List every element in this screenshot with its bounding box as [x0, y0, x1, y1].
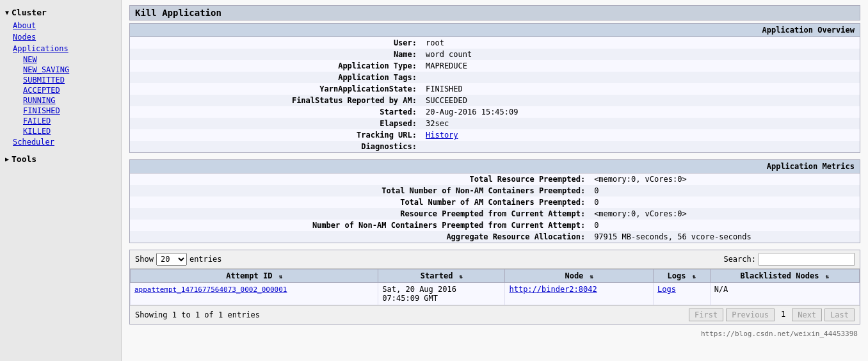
table-row: Number of Non-AM Containers Preempted fr… — [130, 220, 860, 231]
overview-section: Application Overview User: root Name: wo… — [129, 23, 860, 153]
row-value: SUCCEEDED — [422, 95, 860, 106]
tools-label: Tools — [12, 154, 36, 164]
col-attempt-id[interactable]: Attempt ID ⇅ — [131, 269, 378, 283]
applications-sub: NEW NEW_SAVING SUBMITTED ACCEPTED RUNNIN… — [8, 54, 121, 136]
row-label: Tracking URL: — [130, 129, 422, 141]
previous-button[interactable]: Previous — [726, 309, 775, 321]
search-label: Search: — [723, 255, 756, 264]
metrics-section: Application Metrics Total Resource Preem… — [129, 159, 860, 243]
table-row: FinalStatus Reported by AM: SUCCEEDED — [130, 95, 860, 106]
cluster-label: Cluster — [12, 8, 47, 17]
sidebar-item-accepted[interactable]: ACCEPTED — [18, 85, 121, 95]
metrics-header: Application Metrics — [130, 160, 860, 173]
last-button[interactable]: Last — [824, 309, 855, 321]
col-blacklisted-nodes[interactable]: Blacklisted Nodes ⇅ — [710, 269, 859, 283]
entries-label: entries — [189, 255, 222, 264]
table-row: Elapsed: 32sec — [130, 118, 860, 129]
row-value — [422, 72, 860, 83]
cluster-section: About Nodes Applications NEW NEW_SAVING … — [0, 20, 121, 148]
table-row: User: root — [130, 37, 860, 49]
showing-text: Showing 1 to 1 of 1 entries — [135, 310, 260, 319]
search-input[interactable] — [759, 253, 855, 266]
sidebar-item-about[interactable]: About — [8, 20, 121, 31]
sidebar: ▼ Cluster About Nodes Applications NEW N… — [0, 0, 122, 361]
metric-value: 97915 MB-seconds, 56 vcore-seconds — [590, 231, 860, 243]
sidebar-item-finished[interactable]: FINISHED — [18, 106, 121, 116]
kill-app-header: Kill Application — [129, 5, 860, 20]
metric-label: Total Number of Non-AM Containers Preemp… — [130, 185, 590, 197]
cluster-arrow: ▼ — [5, 9, 9, 16]
sidebar-item-submitted[interactable]: SUBMITTED — [18, 75, 121, 85]
col-node[interactable]: Node ⇅ — [505, 269, 654, 283]
table-row: Total Number of Non-AM Containers Preemp… — [130, 185, 860, 197]
table-row: YarnApplicationState: FINISHED — [130, 83, 860, 95]
table-controls: Show 20 50 100 entries Search: — [130, 250, 860, 269]
cell-logs: Logs — [653, 283, 710, 305]
attempt-id-link[interactable]: appattempt_1471677564073_0002_000001 — [134, 285, 287, 294]
overview-header: Application Overview — [130, 24, 860, 37]
row-value: FINISHED — [422, 83, 860, 95]
table-row: Total Number of AM Containers Preempted:… — [130, 197, 860, 208]
metric-label: Resource Preempted from Current Attempt: — [130, 208, 590, 220]
row-value: root — [422, 37, 860, 49]
sidebar-item-scheduler[interactable]: Scheduler — [8, 136, 121, 148]
row-label: Elapsed: — [130, 118, 422, 129]
table-row: Aggregate Resource Allocation: 97915 MB-… — [130, 231, 860, 243]
tools-header[interactable]: ▶ Tools — [0, 152, 121, 166]
row-label: Started: — [130, 106, 422, 118]
entries-select[interactable]: 20 50 100 — [156, 253, 187, 266]
row-label: Application Tags: — [130, 72, 422, 83]
pagination: First Previous 1 Next Last — [689, 309, 855, 321]
sort-icon: ⇅ — [590, 273, 593, 280]
row-value: word count — [422, 49, 860, 60]
cluster-header[interactable]: ▼ Cluster — [0, 5, 121, 20]
table-row: Total Resource Preempted: <memory:0, vCo… — [130, 173, 860, 185]
table-row: Name: word count — [130, 49, 860, 60]
cell-node: http://binder2:8042 — [505, 283, 654, 305]
metric-value: 0 — [590, 185, 860, 197]
metric-value: 0 — [590, 197, 860, 208]
sidebar-item-running[interactable]: RUNNING — [18, 95, 121, 106]
attempts-table-section: Show 20 50 100 entries Search: Attempt I… — [129, 250, 860, 325]
sort-icon: ⇅ — [693, 273, 696, 280]
overview-table: User: root Name: word count Application … — [130, 37, 860, 152]
table-row: Tracking URL: History — [130, 129, 860, 141]
col-logs[interactable]: Logs ⇅ — [653, 269, 710, 283]
row-value: 20-Aug-2016 15:45:09 — [422, 106, 860, 118]
show-entries: Show 20 50 100 entries — [135, 253, 221, 266]
col-started[interactable]: Started ⇅ — [378, 269, 505, 283]
main-content: Kill Application Application Overview Us… — [122, 0, 868, 361]
metrics-table: Total Resource Preempted: <memory:0, vCo… — [130, 173, 860, 243]
sidebar-item-nodes[interactable]: Nodes — [8, 31, 121, 43]
sort-icon: ⇅ — [279, 273, 282, 280]
first-button[interactable]: First — [689, 309, 723, 321]
logs-link[interactable]: Logs — [657, 285, 676, 294]
row-value — [422, 141, 860, 152]
tracking-url-link[interactable]: History — [426, 131, 458, 140]
table-footer: Showing 1 to 1 of 1 entries First Previo… — [130, 305, 860, 324]
table-row: Started: 20-Aug-2016 15:45:09 — [130, 106, 860, 118]
metric-value: 0 — [590, 220, 860, 231]
page-number: 1 — [777, 309, 789, 321]
node-link[interactable]: http://binder2:8042 — [509, 285, 597, 294]
sidebar-item-failed[interactable]: FAILED — [18, 116, 121, 126]
cell-attempt-id: appattempt_1471677564073_0002_000001 — [131, 283, 378, 305]
table-row: Resource Preempted from Current Attempt:… — [130, 208, 860, 220]
metric-value: <memory:0, vCores:0> — [590, 208, 860, 220]
sidebar-item-applications[interactable]: Applications — [8, 43, 121, 54]
row-label: Name: — [130, 49, 422, 60]
cell-blacklisted: N/A — [710, 283, 859, 305]
sidebar-item-new-saving[interactable]: NEW_SAVING — [18, 65, 121, 75]
metric-label: Total Resource Preempted: — [130, 173, 590, 185]
search-box: Search: — [723, 253, 855, 266]
sort-icon: ⇅ — [460, 273, 463, 280]
sidebar-item-killed[interactable]: KILLED — [18, 126, 121, 136]
sidebar-item-new[interactable]: NEW — [18, 54, 121, 65]
table-header-row: Attempt ID ⇅ Started ⇅ Node ⇅ Logs ⇅ Bla… — [131, 269, 860, 283]
show-label: Show — [135, 255, 154, 264]
footer-url: https://blog.csdn.net/weixin_44453398 — [129, 328, 860, 339]
next-button[interactable]: Next — [792, 309, 822, 321]
attempts-data-table: Attempt ID ⇅ Started ⇅ Node ⇅ Logs ⇅ Bla… — [130, 269, 860, 305]
table-row: Diagnostics: — [130, 141, 860, 152]
sort-icon: ⇅ — [826, 273, 829, 280]
